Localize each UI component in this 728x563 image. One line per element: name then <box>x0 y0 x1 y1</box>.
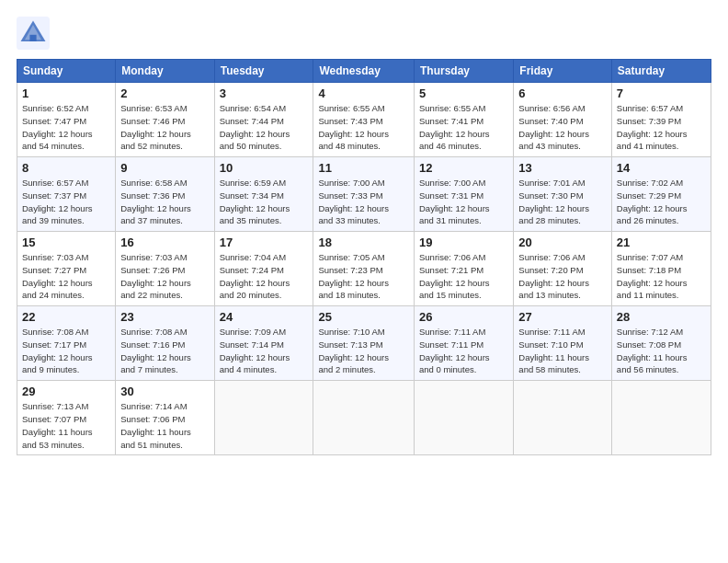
day-number: 10 <box>220 161 309 175</box>
calendar-cell <box>611 381 711 455</box>
calendar-cell: 29 Sunrise: 7:13 AMSunset: 7:07 PMDaylig… <box>17 381 116 455</box>
day-info: Sunrise: 6:53 AMSunset: 7:46 PMDaylight:… <box>120 103 191 151</box>
column-header-row: SundayMondayTuesdayWednesdayThursdayFrid… <box>17 60 711 83</box>
day-number: 18 <box>318 236 409 249</box>
day-number: 21 <box>617 236 706 249</box>
col-header-monday: Monday <box>116 60 214 83</box>
calendar-cell: 18 Sunrise: 7:05 AMSunset: 7:23 PMDaylig… <box>313 232 415 306</box>
calendar-cell: 11 Sunrise: 7:00 AMSunset: 7:33 PMDaylig… <box>313 157 415 232</box>
day-number: 8 <box>22 161 110 175</box>
day-number: 9 <box>120 161 209 175</box>
calendar-cell: 27 Sunrise: 7:11 AMSunset: 7:10 PMDaylig… <box>514 306 612 381</box>
day-number: 2 <box>120 86 209 100</box>
calendar-cell: 22 Sunrise: 7:08 AMSunset: 7:17 PMDaylig… <box>17 306 116 381</box>
day-number: 11 <box>318 161 409 175</box>
calendar-cell: 16 Sunrise: 7:03 AMSunset: 7:26 PMDaylig… <box>116 232 214 306</box>
day-number: 27 <box>518 310 607 324</box>
calendar-cell: 28 Sunrise: 7:12 AMSunset: 7:08 PMDaylig… <box>611 306 711 381</box>
calendar-cell <box>415 381 514 455</box>
calendar-cell: 9 Sunrise: 6:58 AMSunset: 7:36 PMDayligh… <box>116 157 214 232</box>
logo <box>17 17 53 50</box>
day-info: Sunrise: 7:00 AMSunset: 7:33 PMDaylight:… <box>318 178 389 225</box>
day-number: 19 <box>419 236 508 249</box>
calendar-cell: 12 Sunrise: 7:00 AMSunset: 7:31 PMDaylig… <box>415 157 514 232</box>
calendar-cell: 21 Sunrise: 7:07 AMSunset: 7:18 PMDaylig… <box>611 232 711 306</box>
calendar-cell: 25 Sunrise: 7:10 AMSunset: 7:13 PMDaylig… <box>313 306 415 381</box>
day-number: 3 <box>220 86 309 100</box>
day-info: Sunrise: 7:06 AMSunset: 7:20 PMDaylight:… <box>518 252 589 300</box>
day-info: Sunrise: 7:01 AMSunset: 7:30 PMDaylight:… <box>518 178 589 225</box>
calendar-body: 1 Sunrise: 6:52 AMSunset: 7:47 PMDayligh… <box>17 83 711 455</box>
calendar-cell <box>214 381 313 455</box>
day-number: 14 <box>617 161 706 175</box>
calendar-cell: 4 Sunrise: 6:55 AMSunset: 7:43 PMDayligh… <box>313 83 415 157</box>
calendar-cell <box>514 381 612 455</box>
svg-rect-3 <box>29 35 36 41</box>
col-header-thursday: Thursday <box>415 60 514 83</box>
col-header-sunday: Sunday <box>17 60 116 83</box>
calendar-cell: 26 Sunrise: 7:11 AMSunset: 7:11 PMDaylig… <box>415 306 514 381</box>
calendar-cell: 30 Sunrise: 7:14 AMSunset: 7:06 PMDaylig… <box>116 381 214 455</box>
calendar-cell: 7 Sunrise: 6:57 AMSunset: 7:39 PMDayligh… <box>611 83 711 157</box>
col-header-friday: Friday <box>514 60 612 83</box>
day-number: 29 <box>22 385 110 398</box>
day-number: 16 <box>120 236 209 249</box>
week-row-2: 8 Sunrise: 6:57 AMSunset: 7:37 PMDayligh… <box>17 157 711 232</box>
header <box>17 17 711 50</box>
day-number: 23 <box>120 310 209 324</box>
calendar-cell: 17 Sunrise: 7:04 AMSunset: 7:24 PMDaylig… <box>214 232 313 306</box>
calendar-cell: 3 Sunrise: 6:54 AMSunset: 7:44 PMDayligh… <box>214 83 313 157</box>
day-number: 17 <box>220 236 309 249</box>
week-row-3: 15 Sunrise: 7:03 AMSunset: 7:27 PMDaylig… <box>17 232 711 306</box>
calendar-table: SundayMondayTuesdayWednesdayThursdayFrid… <box>17 59 711 455</box>
day-number: 7 <box>617 86 706 100</box>
day-info: Sunrise: 7:11 AMSunset: 7:11 PMDaylight:… <box>419 327 490 374</box>
calendar-cell <box>313 381 415 455</box>
page: SundayMondayTuesdayWednesdayThursdayFrid… <box>0 0 728 563</box>
day-info: Sunrise: 7:03 AMSunset: 7:27 PMDaylight:… <box>22 252 93 300</box>
day-number: 20 <box>518 236 607 249</box>
day-info: Sunrise: 7:08 AMSunset: 7:17 PMDaylight:… <box>22 327 93 374</box>
day-info: Sunrise: 6:52 AMSunset: 7:47 PMDaylight:… <box>22 103 93 151</box>
day-number: 4 <box>318 86 409 100</box>
day-info: Sunrise: 7:06 AMSunset: 7:21 PMDaylight:… <box>419 252 490 300</box>
day-info: Sunrise: 7:05 AMSunset: 7:23 PMDaylight:… <box>318 252 389 300</box>
day-info: Sunrise: 6:56 AMSunset: 7:40 PMDaylight:… <box>518 103 589 151</box>
day-info: Sunrise: 6:59 AMSunset: 7:34 PMDaylight:… <box>220 178 290 225</box>
day-info: Sunrise: 7:10 AMSunset: 7:13 PMDaylight:… <box>318 327 389 374</box>
calendar-cell: 23 Sunrise: 7:08 AMSunset: 7:16 PMDaylig… <box>116 306 214 381</box>
day-info: Sunrise: 6:57 AMSunset: 7:37 PMDaylight:… <box>22 178 93 225</box>
calendar-cell: 5 Sunrise: 6:55 AMSunset: 7:41 PMDayligh… <box>415 83 514 157</box>
calendar-cell: 15 Sunrise: 7:03 AMSunset: 7:27 PMDaylig… <box>17 232 116 306</box>
day-info: Sunrise: 7:08 AMSunset: 7:16 PMDaylight:… <box>120 327 191 374</box>
calendar-cell: 6 Sunrise: 6:56 AMSunset: 7:40 PMDayligh… <box>514 83 612 157</box>
day-info: Sunrise: 7:03 AMSunset: 7:26 PMDaylight:… <box>120 252 191 300</box>
day-info: Sunrise: 7:02 AMSunset: 7:29 PMDaylight:… <box>617 178 688 225</box>
day-info: Sunrise: 7:00 AMSunset: 7:31 PMDaylight:… <box>419 178 490 225</box>
calendar-cell: 8 Sunrise: 6:57 AMSunset: 7:37 PMDayligh… <box>17 157 116 232</box>
day-info: Sunrise: 6:57 AMSunset: 7:39 PMDaylight:… <box>617 103 688 151</box>
day-info: Sunrise: 7:07 AMSunset: 7:18 PMDaylight:… <box>617 252 688 300</box>
calendar-cell: 19 Sunrise: 7:06 AMSunset: 7:21 PMDaylig… <box>415 232 514 306</box>
calendar-cell: 10 Sunrise: 6:59 AMSunset: 7:34 PMDaylig… <box>214 157 313 232</box>
calendar-cell: 24 Sunrise: 7:09 AMSunset: 7:14 PMDaylig… <box>214 306 313 381</box>
day-number: 13 <box>518 161 607 175</box>
day-number: 26 <box>419 310 508 324</box>
day-number: 12 <box>419 161 508 175</box>
day-info: Sunrise: 6:55 AMSunset: 7:43 PMDaylight:… <box>318 103 389 151</box>
week-row-5: 29 Sunrise: 7:13 AMSunset: 7:07 PMDaylig… <box>17 381 711 455</box>
day-info: Sunrise: 7:11 AMSunset: 7:10 PMDaylight:… <box>518 327 589 374</box>
day-number: 5 <box>419 86 508 100</box>
day-info: Sunrise: 7:14 AMSunset: 7:06 PMDaylight:… <box>120 401 191 449</box>
day-number: 6 <box>518 86 607 100</box>
day-number: 1 <box>22 86 110 100</box>
day-number: 30 <box>120 385 209 398</box>
day-info: Sunrise: 7:13 AMSunset: 7:07 PMDaylight:… <box>22 401 93 449</box>
calendar-cell: 14 Sunrise: 7:02 AMSunset: 7:29 PMDaylig… <box>611 157 711 232</box>
col-header-wednesday: Wednesday <box>313 60 415 83</box>
calendar-cell: 20 Sunrise: 7:06 AMSunset: 7:20 PMDaylig… <box>514 232 612 306</box>
day-info: Sunrise: 6:54 AMSunset: 7:44 PMDaylight:… <box>220 103 290 151</box>
day-number: 15 <box>22 236 110 249</box>
day-number: 24 <box>220 310 309 324</box>
day-number: 22 <box>22 310 110 324</box>
